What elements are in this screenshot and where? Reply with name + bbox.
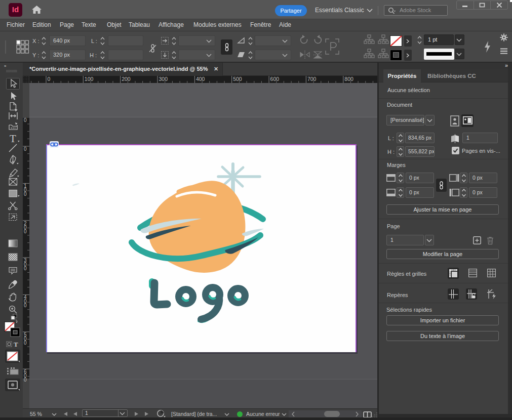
svg-text:T: T: [14, 341, 18, 348]
svg-text:T: T: [10, 133, 16, 145]
svg-text:»: »: [4, 64, 7, 68]
